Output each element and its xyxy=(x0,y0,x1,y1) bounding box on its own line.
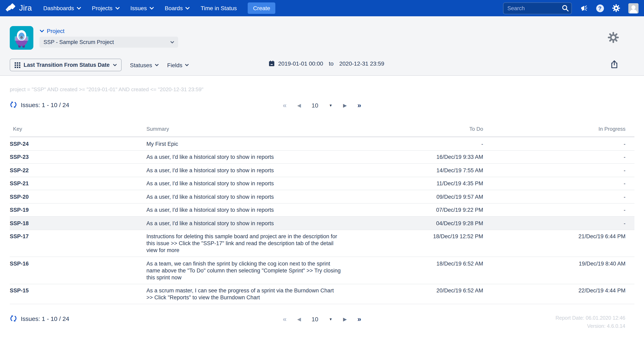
issue-key-link[interactable]: SSP-17 xyxy=(10,233,29,239)
page-size-value[interactable]: 10 xyxy=(312,315,318,323)
column-header-summary: Summary xyxy=(146,122,341,137)
todo-value: 09/Dec/19 9:57 AM xyxy=(341,190,483,203)
filter-row: Last Transition From Status Date Statuse… xyxy=(10,59,189,71)
issue-summary: As a user, I'd like a historical story t… xyxy=(146,177,341,190)
bottom-pagination-bar: Issues: 1 - 10 / 24 « ◀ 10 ▼ ▶ » Report … xyxy=(0,315,644,325)
previous-page-button[interactable]: ◀ xyxy=(297,315,301,323)
inprogress-value: - xyxy=(483,177,634,190)
nav-time-in-status[interactable]: Time in Status xyxy=(201,5,237,12)
last-page-button[interactable]: » xyxy=(358,101,361,110)
next-page-button[interactable]: ▶ xyxy=(343,101,347,110)
issue-key-link[interactable]: SSP-23 xyxy=(10,154,29,160)
chevron-down-icon xyxy=(186,7,190,10)
project-section-label: Project xyxy=(47,28,64,34)
issue-key-link[interactable]: SSP-20 xyxy=(10,194,29,200)
chevron-down-icon xyxy=(113,64,116,66)
date-range-picker[interactable]: 2019-01-01 00:00 to 2020-12-31 23:59 xyxy=(268,60,384,67)
column-header-todo: To Do xyxy=(341,122,483,137)
help-icon[interactable]: ? xyxy=(596,4,604,12)
todo-value: 20/Dec/19 6:52 AM xyxy=(341,284,483,304)
issue-key-link[interactable]: SSP-24 xyxy=(10,141,29,147)
table-row: SSP-23 As a user, I'd like a historical … xyxy=(10,150,634,163)
todo-value: 04/Dec/19 9:28 PM xyxy=(341,216,483,230)
date-from: 2019-01-01 00:00 xyxy=(278,60,323,67)
table-row: SSP-22 As a user, I'd like a historical … xyxy=(10,163,634,177)
megaphone-icon[interactable] xyxy=(580,4,588,12)
chevron-down-icon xyxy=(115,7,119,10)
date-separator: to xyxy=(329,60,334,67)
search-icon xyxy=(562,4,569,12)
grid-icon xyxy=(15,62,20,68)
issue-key-link[interactable]: SSP-18 xyxy=(10,220,29,226)
date-to: 2020-12-31 23:59 xyxy=(339,60,384,67)
column-header-inprogress: In Progress xyxy=(483,122,634,137)
export-icon[interactable] xyxy=(610,60,618,70)
issue-summary: As a user, I'd like a historical story t… xyxy=(146,190,341,203)
table-row: SSP-21 As a user, I'd like a historical … xyxy=(10,177,634,190)
issue-key-link[interactable]: SSP-16 xyxy=(10,260,29,267)
report-settings-gear-icon[interactable] xyxy=(608,32,619,45)
gear-icon[interactable] xyxy=(612,4,620,12)
issue-summary: My First Epic xyxy=(146,137,341,150)
nav-dashboards[interactable]: Dashboards xyxy=(43,5,81,12)
inprogress-value: - xyxy=(483,203,634,216)
top-navbar: Jira Dashboards Projects Issues Boards T… xyxy=(0,0,644,16)
project-avatar xyxy=(10,26,33,50)
report-content: project = "SSP" AND created >= "2019-01-… xyxy=(0,86,644,325)
statuses-dropdown[interactable]: Statuses xyxy=(130,62,158,68)
inprogress-value: - xyxy=(483,150,634,163)
page-size-caret[interactable]: ▼ xyxy=(329,101,332,110)
app-window: Jira Dashboards Projects Issues Boards T… xyxy=(0,0,644,338)
issue-summary: As a user, I'd like a historical story t… xyxy=(146,203,341,216)
todo-value: 14/Dec/19 7:55 AM xyxy=(341,163,483,177)
page-size-caret[interactable]: ▼ xyxy=(329,315,332,323)
last-page-button[interactable]: » xyxy=(358,315,361,323)
search-box xyxy=(503,2,572,14)
inprogress-value: - xyxy=(483,190,634,203)
refresh-icon[interactable] xyxy=(10,101,17,108)
top-pagination-bar: Issues: 1 - 10 / 24 « ◀ 10 ▼ ▶ » xyxy=(0,101,644,112)
chevron-down-icon xyxy=(150,7,154,10)
first-page-button[interactable]: « xyxy=(283,101,286,110)
report-date: Report Date: 06.01.2020 12:46 xyxy=(556,314,625,322)
issue-key-link[interactable]: SSP-15 xyxy=(10,287,29,294)
previous-page-button[interactable]: ◀ xyxy=(297,101,301,110)
nav-projects[interactable]: Projects xyxy=(92,5,119,12)
next-page-button[interactable]: ▶ xyxy=(343,315,347,323)
jira-logo[interactable]: Jira xyxy=(6,3,32,14)
issue-summary: As a scrum master, I can see the progres… xyxy=(146,284,341,304)
issue-key-link[interactable]: SSP-21 xyxy=(10,181,29,187)
pagination: « ◀ 10 ▼ ▶ » xyxy=(283,315,361,323)
nav-issues[interactable]: Issues xyxy=(130,5,154,12)
jira-logo-icon xyxy=(6,3,16,14)
table-header-row: Key Summary To Do In Progress xyxy=(10,122,634,137)
table-row: SSP-16 As a team, we can finish the spri… xyxy=(10,257,634,284)
todo-value: - xyxy=(341,137,483,150)
chevron-down-icon xyxy=(155,64,158,66)
create-button[interactable]: Create xyxy=(248,3,276,14)
issue-key-link[interactable]: SSP-22 xyxy=(10,167,29,173)
metric-dropdown-button[interactable]: Last Transition From Status Date xyxy=(10,59,122,71)
refresh-icon[interactable] xyxy=(10,315,17,322)
jira-logo-text: Jira xyxy=(19,4,32,13)
first-page-button[interactable]: « xyxy=(283,315,286,323)
todo-value: 16/Dec/19 9:33 AM xyxy=(341,150,483,163)
issue-summary: As a user, I'd like a historical story t… xyxy=(146,216,341,230)
report-info: Report Date: 06.01.2020 12:46 Version: 4… xyxy=(556,314,625,330)
inprogress-value: - xyxy=(483,137,634,150)
project-section-toggle[interactable]: Project xyxy=(40,28,64,34)
fields-dropdown[interactable]: Fields xyxy=(167,62,189,68)
issues-count: Issues: 1 - 10 / 24 xyxy=(21,315,69,322)
chevron-down-icon xyxy=(40,30,44,32)
user-avatar[interactable] xyxy=(628,3,638,13)
issue-summary: As a user, I'd like a historical story t… xyxy=(146,150,341,163)
person-icon xyxy=(628,4,638,13)
nav-boards[interactable]: Boards xyxy=(165,5,190,12)
todo-value: 18/Dec/19 12:52 PM xyxy=(341,230,483,257)
project-select[interactable]: SSP - Sample Scrum Project xyxy=(40,37,178,48)
inprogress-value: 21/Dec/19 6:44 PM xyxy=(483,230,634,257)
column-header-key: Key xyxy=(10,122,146,137)
todo-value: 07/Dec/19 9:22 PM xyxy=(341,203,483,216)
page-size-value[interactable]: 10 xyxy=(312,101,318,110)
issue-key-link[interactable]: SSP-19 xyxy=(10,207,29,213)
